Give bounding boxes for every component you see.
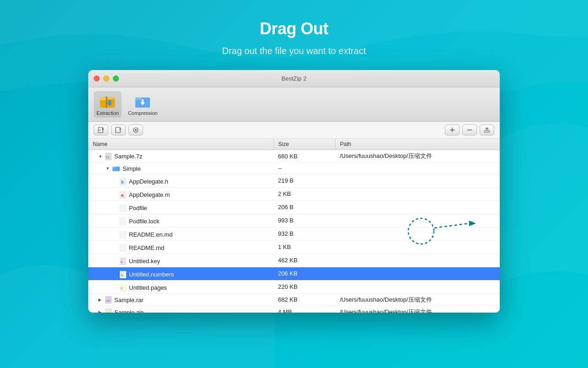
svg-text:P: P: [121, 287, 123, 290]
maximize-button[interactable]: [113, 76, 119, 81]
svg-text:zip: zip: [106, 311, 111, 313]
svg-text:h: h: [121, 180, 123, 184]
file-size-cell: --: [273, 162, 335, 174]
file-name-cell: ▼Simple: [88, 162, 273, 174]
file-path-cell: [335, 174, 500, 187]
file-list-container[interactable]: Name Size Path ▼7zSample.7z660 KB/Users/…: [88, 139, 500, 313]
file-name-cell: hAppDelegate.h: [88, 174, 273, 187]
action-left-buttons: [94, 124, 143, 135]
traffic-lights: [94, 76, 119, 81]
svg-text:7z: 7z: [106, 156, 109, 159]
file-size-cell: 1 KB: [273, 240, 335, 254]
file-name-cell: ▼7zSample.7z: [88, 150, 273, 162]
svg-text:rar: rar: [106, 299, 111, 302]
export-button[interactable]: [480, 124, 494, 135]
svg-rect-32: [120, 244, 126, 252]
file-size-cell: 682 KB: [273, 293, 335, 306]
mac-window: BestZip 2: [88, 70, 500, 313]
svg-rect-30: [120, 218, 126, 225]
table-row[interactable]: Podfile206 B: [88, 200, 500, 214]
file-name-cell: ▶rarSample.rar: [88, 293, 273, 306]
page-content: Drag Out Drag out the file you want to e…: [0, 0, 588, 313]
svg-text:K: K: [121, 260, 123, 264]
close-button[interactable]: [94, 76, 100, 81]
file-name-cell: KUntitled.key: [88, 254, 273, 267]
svg-rect-2: [100, 97, 107, 100]
file-path-cell: /Users/fuuushao/Desktop/压缩文件: [335, 150, 500, 162]
file-size-cell: 220 KB: [273, 280, 335, 293]
file-name-cell: mAppDelegate.m: [88, 187, 273, 200]
svg-rect-5: [106, 99, 107, 101]
svg-rect-31: [120, 231, 126, 238]
file-path-cell: [335, 267, 500, 280]
table-row[interactable]: hAppDelegate.h219 B: [88, 174, 500, 187]
preview-button[interactable]: [128, 124, 143, 135]
svg-rect-4: [106, 97, 107, 98]
file-name-cell: ▶zipSample.zip: [88, 306, 273, 313]
table-row[interactable]: ▶zipSample.zip4 MB/Users/fuuushao/Deskto…: [88, 306, 500, 313]
toolbar: Extraction Compression: [88, 87, 500, 122]
table-row[interactable]: ▼7zSample.7z660 KB/Users/fuuushao/Deskto…: [88, 150, 500, 162]
file-name-cell: Podfile.lock: [88, 214, 273, 227]
col-header-path: Path: [335, 139, 500, 150]
file-size-cell: 2 KB: [273, 187, 335, 200]
svg-rect-8: [135, 97, 142, 100]
compression-icon: [134, 93, 151, 109]
file-path-cell: [335, 280, 500, 293]
window-title: BestZip 2: [282, 75, 307, 82]
delete-button[interactable]: [462, 124, 477, 135]
file-path-cell: [335, 254, 500, 267]
file-size-cell: 219 B: [273, 174, 335, 187]
action-right-buttons: [445, 124, 494, 135]
page-title: Drag Out: [260, 19, 328, 38]
file-path-cell: [335, 214, 500, 227]
table-row[interactable]: NUntitled.numbers206 KB: [88, 267, 500, 280]
file-size-cell: 932 B: [273, 227, 335, 240]
add-button[interactable]: [445, 124, 460, 135]
file-name-cell: README.en.md: [88, 227, 273, 240]
file-size-cell: 660 KB: [273, 150, 335, 162]
file-size-cell: 206 B: [273, 200, 335, 214]
file-path-cell: [335, 200, 500, 214]
file-name-cell: NUntitled.numbers: [88, 267, 273, 280]
table-row[interactable]: README.en.md932 B: [88, 227, 500, 240]
file-path-cell: [335, 187, 500, 200]
file-table: Name Size Path ▼7zSample.7z660 KB/Users/…: [88, 139, 500, 313]
table-row[interactable]: mAppDelegate.m2 KB: [88, 187, 500, 200]
title-bar: BestZip 2: [88, 70, 500, 87]
toolbar-item-compression[interactable]: Compression: [125, 91, 160, 118]
table-row[interactable]: ▼Simple--: [88, 162, 500, 174]
table-row[interactable]: ▶rarSample.rar682 KB/Users/fuuushao/Desk…: [88, 293, 500, 306]
file-size-cell: 993 B: [273, 214, 335, 227]
action-bar: [88, 122, 500, 139]
minimize-button[interactable]: [103, 76, 109, 81]
svg-text:N: N: [121, 274, 123, 277]
add-file-button[interactable]: [94, 124, 108, 135]
table-row[interactable]: Podfile.lock993 B: [88, 214, 500, 227]
file-path-cell: [335, 227, 500, 240]
page-subtitle: Drag out the file you want to extract: [222, 46, 366, 56]
table-row[interactable]: README.md1 KB: [88, 240, 500, 254]
extraction-icon: [99, 93, 116, 109]
remove-file-button[interactable]: [111, 124, 126, 135]
file-path-cell: [335, 162, 500, 174]
file-size-cell: 462 KB: [273, 254, 335, 267]
svg-point-16: [135, 129, 137, 131]
col-header-size: Size: [273, 139, 335, 150]
svg-text:m: m: [121, 193, 124, 198]
table-row[interactable]: PUntitled.pages220 KB: [88, 280, 500, 293]
compression-label: Compression: [128, 110, 158, 116]
file-name-cell: PUntitled.pages: [88, 280, 273, 293]
toolbar-item-extraction[interactable]: Extraction: [94, 91, 122, 118]
file-path-cell: [335, 240, 500, 254]
extraction-label: Extraction: [96, 110, 119, 116]
col-header-name: Name: [88, 139, 273, 150]
file-path-cell: /Users/fuuushao/Desktop/压缩文件: [335, 306, 500, 313]
file-path-cell: /Users/fuuushao/Desktop/压缩文件: [335, 293, 500, 306]
file-name-cell: README.md: [88, 240, 273, 254]
svg-rect-24: [112, 167, 116, 168]
svg-rect-20: [485, 130, 489, 132]
table-row[interactable]: KUntitled.key462 KB: [88, 254, 500, 267]
file-size-cell: 4 MB: [273, 306, 335, 313]
file-size-cell: 206 KB: [273, 267, 335, 280]
